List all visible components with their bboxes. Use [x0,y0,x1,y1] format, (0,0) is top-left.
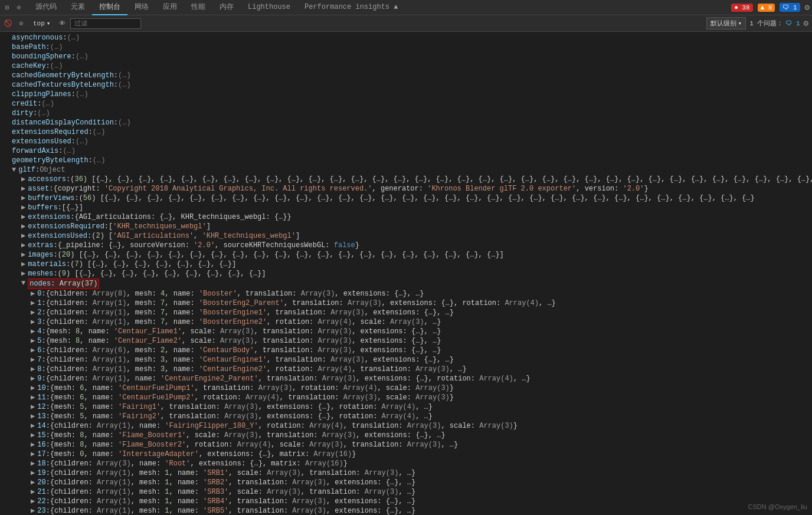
expand-arrow[interactable]: ▶ [31,497,35,506]
pause-icon[interactable]: ⊘ [17,19,26,28]
expand-arrow[interactable]: ▶ [31,487,35,497]
list-item: cacheKey: (…) [0,61,812,71]
expand-arrow[interactable]: ▶ [31,412,35,421]
tab-right-controls: ● 38 ▲ 8 🗨 1 ⚙ [731,2,810,12]
tab-elements[interactable]: 元素 [64,0,92,15]
expand-arrow[interactable]: ▶ [31,450,35,459]
list-item: forwardAxis: (…) [0,146,812,156]
expand-arrow[interactable]: ▶ [31,440,35,450]
expand-arrow[interactable]: ▶ [31,346,35,355]
level-dropdown[interactable]: 默认级别 ▾ [706,17,746,29]
list-item: clippingPlanes: (…) [0,90,812,99]
expand-arrow[interactable]: ▶ [21,241,25,250]
list-item: ▼nodes: Array(37) [0,278,812,289]
expand-arrow[interactable]: ▶ [31,506,35,515]
list-item: ▶14: {children: Array(1), name: 'Fairing… [0,421,812,431]
tab-console[interactable]: 控制台 [92,0,127,15]
expand-arrow[interactable]: ▶ [31,459,35,468]
second-toolbar: 🚫 ⊘ top ▾ 👁 默认级别 ▾ 1 个问题： 🗨 1 ⚙ [0,15,812,32]
clear-console-icon[interactable]: 🚫 [4,19,13,28]
list-item: cachedTexturesByteLength: (…) [0,80,812,90]
list-item: ▶accessors: (36) [{…}, {…}, {…}, {…}, {…… [0,175,812,184]
expand-arrow[interactable]: ▶ [21,250,25,260]
expand-arrow[interactable]: ▶ [21,212,25,222]
second-toolbar-settings-icon[interactable]: ⚙ [804,18,808,28]
list-item: extensionsUsed: (…) [0,137,812,146]
expand-arrow[interactable]: ▶ [31,431,35,440]
list-item: boundingSphere: (…) [0,52,812,61]
dropdown-arrow: ▾ [47,19,51,27]
expand-arrow[interactable]: ▶ [31,402,35,412]
list-item: credit: (…) [0,99,812,109]
list-item: ▶21: {children: Array(1), mesh: 1, name:… [0,487,812,497]
list-item: ▶bufferViews: (56) [{…}, {…}, {…}, {…}, … [0,193,812,203]
tab-network[interactable]: 网络 [127,0,156,15]
expand-arrow[interactable]: ▶ [31,478,35,487]
expand-arrow[interactable]: ▶ [21,175,25,184]
settings-icon[interactable]: ⚙ [805,2,810,12]
tab-performance-insights[interactable]: Performance insights ▲ [297,1,405,15]
expand-arrow[interactable]: ▼ [12,165,16,175]
list-item: ▶extensions: {AGI_articulations: {…}, KH… [0,212,812,222]
expand-arrow[interactable]: ▶ [31,374,35,383]
error-badge: ● 38 [731,4,752,12]
expand-arrow[interactable]: ▶ [31,365,35,374]
list-item: geometryByteLength: (…) [0,156,812,165]
expand-arrow[interactable]: ▶ [31,393,35,402]
expand-arrow[interactable]: ▶ [31,298,35,308]
list-item: ▶6: {children: Array(6), mesh: 2, name: … [0,346,812,355]
tab-performance[interactable]: 性能 [184,0,212,15]
pointer-icon[interactable]: ⊘ [14,3,24,12]
expand-arrow[interactable]: ▶ [31,468,35,478]
watermark: CSDN @Oxygen_liu [748,503,807,510]
list-item: extensionsRequired: (…) [0,127,812,137]
expand-arrow[interactable]: ▶ [31,421,35,431]
expand-arrow[interactable]: ▶ [21,269,25,278]
expand-arrow[interactable]: ▶ [21,193,25,203]
eye-icon[interactable]: 👁 [57,19,67,28]
list-item: ▶materials: (7) [{…}, {…}, {…}, {…}, {…}… [0,260,812,269]
expand-arrow[interactable]: ▶ [21,222,25,231]
list-item: ▶3: {children: Array(1), mesh: 7, name: … [0,317,812,327]
expand-arrow[interactable]: ▶ [31,327,35,336]
tab-source[interactable]: 源代码 [28,0,64,15]
list-item: ▶17: {mesh: 0, name: 'InterstageAdapter'… [0,450,812,459]
expand-arrow[interactable]: ▶ [31,383,35,393]
list-item: ▶11: {mesh: 6, name: 'CentaurFuelPump2',… [0,393,812,402]
expand-arrow[interactable]: ▶ [21,184,25,193]
list-item: basePath: (…) [0,42,812,52]
toolbar-icons: ⊡ ⊘ [2,3,24,12]
list-item: ▶meshes: (9) [{…}, {…}, {…}, {…}, {…}, {… [0,269,812,278]
expand-arrow[interactable]: ▶ [21,203,25,212]
tab-bar: 源代码 元素 控制台 网络 应用 性能 内存 Lighthouse Perfor… [28,0,731,15]
list-item: ▶2: {children: Array(1), mesh: 7, name: … [0,308,812,317]
list-item: ▶asset: {copyright: 'Copyright 2018 Anal… [0,184,812,193]
expand-arrow[interactable]: ▼ [21,278,25,288]
list-item: ▶13: {mesh: 5, name: 'Fairing2', transla… [0,412,812,421]
expand-arrow[interactable]: ▶ [31,355,35,365]
tab-lighthouse[interactable]: Lighthouse [241,1,297,15]
expand-arrow[interactable]: ▶ [31,289,35,298]
list-item: ▶9: {children: Array(1), name: 'CentaurE… [0,374,812,383]
list-item: ▶10: {mesh: 6, name: 'CentaurFuelPump1',… [0,383,812,393]
list-item: ▶1: {children: Array(1), mesh: 7, name: … [0,298,812,308]
tab-application[interactable]: 应用 [156,0,184,15]
list-item: ▶18: {children: Array(3), name: 'Root', … [0,459,812,468]
expand-arrow[interactable]: ▶ [21,231,25,241]
list-item: ▶23: {children: Array(1), mesh: 1, name:… [0,506,812,515]
list-item: ▶8: {children: Array(1), mesh: 3, name: … [0,365,812,374]
dock-icon[interactable]: ⊡ [2,3,12,12]
expand-arrow[interactable]: ▶ [21,260,25,269]
second-toolbar-right: 默认级别 ▾ 1 个问题： 🗨 1 ⚙ [706,17,808,29]
list-item: ▶20: {children: Array(1), mesh: 1, name:… [0,478,812,487]
expand-arrow[interactable]: ▶ [31,317,35,327]
expand-arrow[interactable]: ▶ [31,308,35,317]
tab-memory[interactable]: 内存 [212,0,241,15]
list-item: ▶19: {children: Array(1), mesh: 1, name:… [0,468,812,478]
top-dropdown-btn[interactable]: top ▾ [30,18,54,28]
list-item: distanceDisplayCondition: (…) [0,118,812,127]
expand-arrow[interactable]: ▶ [31,336,35,346]
list-item: dirty: (…) [0,109,812,118]
list-item: ▶extensionsUsed: (2) ['AGI_articulations… [0,231,812,241]
filter-input[interactable] [70,18,141,29]
